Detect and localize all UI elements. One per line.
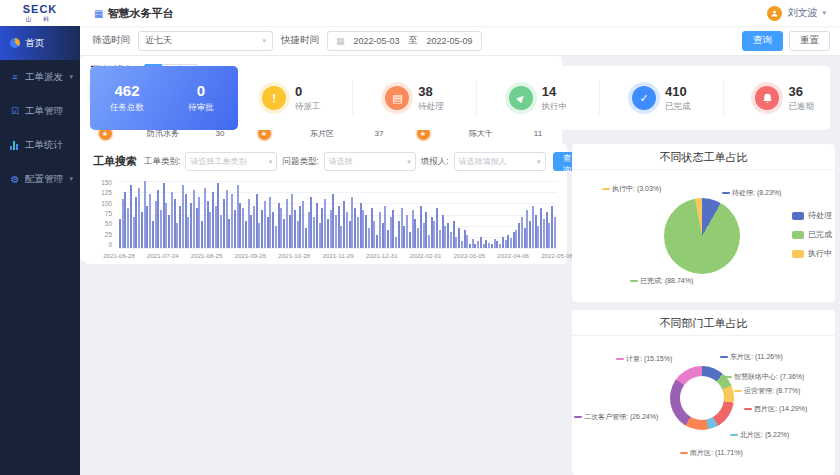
x-tick: 2022-03-05 bbox=[454, 252, 486, 259]
x-tick: 2021-09-26 bbox=[235, 252, 267, 259]
bar bbox=[431, 217, 433, 248]
stat-label: 待派工 bbox=[295, 101, 321, 113]
bar bbox=[280, 208, 282, 248]
order-category-select[interactable]: 请选择工单类别 ▾ bbox=[185, 152, 277, 171]
bar bbox=[384, 206, 386, 248]
slice-label: 执行中: (3.03%) bbox=[602, 184, 661, 194]
time-range-value: 近七天 bbox=[145, 34, 172, 47]
divider bbox=[352, 81, 353, 115]
app-window: SECK 山 科 ▦ 智慧水务平台 刘文波 ▾ 首页 ≡ 工单派发 ▾ ☑ 工单… bbox=[0, 0, 840, 475]
sidebar-item-dispatch[interactable]: ≡ 工单派发 ▾ bbox=[0, 60, 80, 94]
bell-icon bbox=[755, 86, 779, 110]
reporter-select[interactable]: 请选择填报人 ▾ bbox=[454, 152, 546, 171]
bar bbox=[505, 240, 507, 248]
bar bbox=[510, 238, 512, 248]
sidebar-item-label: 工单派发 bbox=[25, 71, 63, 84]
bar bbox=[179, 206, 181, 248]
bar bbox=[371, 208, 373, 248]
shield-check-icon: ✓ bbox=[632, 86, 656, 110]
query-button[interactable]: 查询 bbox=[742, 31, 783, 51]
slice-label: 二次客户管理: (26.24%) bbox=[574, 412, 658, 422]
sidebar-item-home[interactable]: 首页 bbox=[0, 26, 80, 60]
stat-in-progress: ▶ 14 执行中 bbox=[509, 84, 568, 113]
user-menu[interactable]: 刘文波 ▾ bbox=[767, 6, 826, 21]
bar-x-axis: 2021-06-282021-07-242021-08-252021-09-26… bbox=[119, 250, 557, 260]
reporter-label: 填报人: bbox=[421, 156, 449, 168]
bar bbox=[267, 217, 269, 248]
bar bbox=[130, 185, 132, 248]
select-placeholder: 请选择 bbox=[329, 156, 353, 167]
bar bbox=[226, 190, 228, 248]
sidebar-item-order-manage[interactable]: ☑ 工单管理 bbox=[0, 94, 80, 128]
x-tick: 2021-08-25 bbox=[191, 252, 223, 259]
bar bbox=[283, 219, 285, 248]
bar bbox=[313, 217, 315, 248]
bar bbox=[217, 183, 219, 248]
problem-type-select[interactable]: 请选择 ▾ bbox=[324, 152, 416, 171]
main-content: 462 任务总数 0 待审批 ! 0 待派工 ▤ 38 待处理 ▶ bbox=[80, 56, 840, 475]
divider bbox=[723, 81, 724, 115]
bar bbox=[215, 206, 217, 248]
bar bbox=[245, 221, 247, 248]
bar bbox=[392, 210, 394, 248]
bar bbox=[319, 223, 321, 248]
problem-type-label: 问题类型: bbox=[282, 156, 318, 168]
sidebar-item-settings[interactable]: ⚙ 配置管理 ▾ bbox=[0, 162, 80, 196]
stat-label: 已完成 bbox=[665, 101, 691, 113]
bar bbox=[390, 217, 392, 248]
bar bbox=[537, 226, 539, 248]
bar bbox=[124, 192, 126, 248]
time-range-select[interactable]: 近七天 ▾ bbox=[138, 31, 273, 51]
logo-subtext: 山 科 bbox=[0, 16, 80, 22]
warning-icon: ! bbox=[262, 86, 286, 110]
bar bbox=[406, 215, 408, 249]
sidebar: 首页 ≡ 工单派发 ▾ ☑ 工单管理 工单统计 ⚙ 配置管理 ▾ bbox=[0, 26, 80, 475]
legend-item[interactable]: 执行中 bbox=[792, 248, 832, 259]
legend-item[interactable]: 已完成 bbox=[792, 229, 832, 240]
slice-label: 运营管理: (8.77%) bbox=[734, 386, 800, 396]
sidebar-item-order-stats[interactable]: 工单统计 bbox=[0, 128, 80, 162]
grid-icon: ▦ bbox=[94, 8, 103, 19]
bar bbox=[160, 210, 162, 248]
date-range-picker[interactable]: ▦ 2022-05-03 至 2022-05-09 bbox=[327, 31, 482, 51]
logo-text: SECK bbox=[0, 4, 80, 15]
bar bbox=[529, 221, 531, 248]
bar bbox=[198, 197, 200, 248]
bar bbox=[152, 221, 154, 248]
bar bbox=[269, 197, 271, 248]
bar-plot bbox=[119, 181, 557, 248]
reset-button[interactable]: 重置 bbox=[789, 31, 830, 51]
bar bbox=[535, 215, 537, 249]
bar bbox=[237, 185, 239, 248]
chevron-down-icon: ▾ bbox=[407, 158, 411, 166]
bar bbox=[119, 219, 121, 248]
bar bbox=[526, 210, 528, 248]
top-bar: SECK 山 科 ▦ 智慧水务平台 刘文波 ▾ bbox=[0, 0, 840, 26]
brand-logo: SECK 山 科 bbox=[0, 4, 80, 22]
stat-value: 0 bbox=[295, 84, 321, 99]
total-tasks-value: 462 bbox=[90, 82, 164, 99]
legend-item[interactable]: 待处理 bbox=[792, 210, 832, 221]
bar bbox=[485, 240, 487, 248]
bar bbox=[343, 201, 345, 248]
status-pie-legend: 待处理已完成执行中 bbox=[792, 210, 832, 259]
bar bbox=[234, 210, 236, 248]
bar bbox=[294, 210, 296, 248]
bar bbox=[297, 221, 299, 248]
pending-approval-label: 待审批 bbox=[164, 102, 238, 114]
bar bbox=[286, 199, 288, 248]
y-tick: 25 bbox=[105, 231, 112, 238]
calendar-icon: ▦ bbox=[336, 36, 345, 46]
bar bbox=[308, 212, 310, 248]
bar bbox=[253, 206, 255, 248]
bar bbox=[403, 226, 405, 248]
department-donut-panel: 不同部门工单占比 东片区: (11.26%)智慧联络中心: (7.36%)运营管… bbox=[572, 310, 835, 475]
bar bbox=[141, 212, 143, 248]
bar bbox=[250, 215, 252, 249]
bar bbox=[444, 226, 446, 248]
bar bbox=[239, 203, 241, 248]
select-placeholder: 请选择工单类别 bbox=[190, 156, 246, 167]
bar bbox=[310, 197, 312, 248]
bar bbox=[357, 217, 359, 248]
bar bbox=[340, 226, 342, 248]
